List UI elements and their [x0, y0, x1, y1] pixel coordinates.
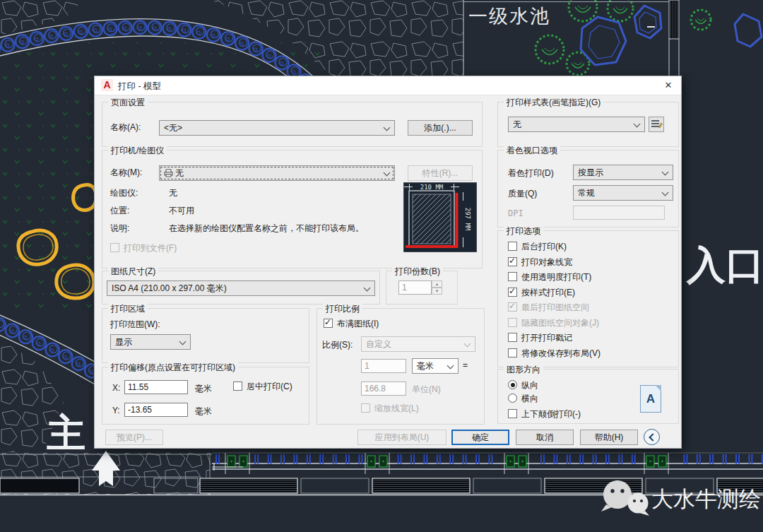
dpi-input — [573, 206, 665, 220]
autocad-logo-icon: A — [101, 79, 113, 91]
pen-table-icon — [649, 117, 663, 131]
group-title: 着色视口选项 — [504, 145, 560, 157]
plot-option-checkbox[interactable] — [508, 288, 517, 297]
offset-x-input[interactable] — [124, 380, 188, 394]
scale-unit-value: 毫米 — [417, 361, 434, 371]
cancel-button[interactable]: 取消 — [516, 430, 574, 445]
chevron-left-icon — [649, 433, 656, 441]
scale-equals: = — [463, 360, 468, 370]
printer-name-value: 无 — [175, 168, 184, 178]
scale-unit-combo[interactable]: 毫米 — [412, 358, 459, 374]
plot-style-editor-button[interactable] — [649, 117, 664, 132]
dialog-title: 打印 - 模型 — [118, 81, 161, 93]
portrait-label: 纵向 — [521, 379, 538, 391]
pagesetup-name-label: 名称(A): — [110, 122, 141, 134]
offset-x-label: X: — [112, 383, 120, 393]
group-plot-options: 打印选项 — [497, 230, 679, 367]
offset-x-unit: 毫米 — [195, 383, 212, 395]
plot-option-checkbox — [508, 318, 517, 327]
offset-y-unit: 毫米 — [195, 406, 212, 418]
group-title: 页面设置 — [108, 97, 148, 109]
chevron-down-icon — [662, 189, 669, 196]
quality-label: 质量(Q) — [508, 188, 537, 200]
add-button[interactable]: 添加(.)... — [408, 120, 473, 136]
less-options-button[interactable] — [644, 429, 660, 445]
scale-lineweights-checkbox — [361, 403, 370, 413]
main-label: 主 — [47, 411, 85, 455]
ok-button[interactable]: 确定 — [451, 430, 509, 445]
dialog-titlebar[interactable]: A 打印 - 模型 ✕ — [95, 76, 681, 95]
plot-style-value: 无 — [513, 119, 521, 129]
portrait-radio[interactable] — [508, 380, 517, 389]
chevron-down-icon — [364, 285, 371, 292]
copies-spinner-up[interactable]: ▲ — [432, 280, 442, 288]
preview-height-dim: 297 MM — [464, 208, 471, 231]
landscape-radio[interactable] — [508, 394, 517, 403]
printer-name-combo[interactable]: 无 — [159, 165, 395, 181]
plotter-value: 无 — [169, 187, 177, 199]
shade-plot-label: 着色打印(D) — [508, 167, 554, 179]
group-title: 打印区域 — [108, 303, 148, 315]
plot-option-checkbox[interactable] — [508, 242, 517, 251]
scale-numerator-input — [361, 359, 406, 373]
copies-input[interactable] — [398, 280, 432, 295]
group-title: 打印偏移(原点设置在可打印区域) — [108, 362, 238, 374]
orientation-paper-icon: A — [640, 385, 661, 413]
description-value: 在选择新的绘图仪配置名称之前，不能打印该布局。 — [169, 223, 364, 235]
group-title: 打印比例 — [323, 303, 362, 315]
plot-option-checkbox[interactable] — [508, 257, 517, 266]
quality-combo[interactable]: 常规 — [573, 185, 673, 201]
pagesetup-name-value: <无> — [164, 123, 182, 133]
copies-spinner-down[interactable]: ▼ — [432, 288, 442, 295]
chevron-down-icon — [179, 338, 187, 345]
chevron-down-icon — [662, 169, 669, 176]
group-title: 打印样式表(画笔指定)(G) — [504, 97, 603, 109]
location-value: 不可用 — [169, 205, 194, 217]
chevron-down-icon — [464, 341, 471, 348]
plot-option-checkbox[interactable] — [508, 272, 517, 281]
preview-width-dim: 210 MM — [420, 184, 444, 191]
plot-to-file-checkbox — [110, 243, 119, 252]
plot-option-checkbox[interactable] — [508, 348, 517, 357]
shade-plot-combo[interactable]: 按显示 — [573, 165, 673, 180]
fit-to-paper-checkbox[interactable] — [324, 319, 333, 328]
watermark-label: 大水牛测绘 — [651, 487, 761, 512]
paper-preview: 210 MM 297 MM — [403, 182, 477, 252]
center-plot-checkbox[interactable] — [233, 382, 242, 391]
plot-range-combo[interactable]: 显示 — [110, 334, 191, 350]
preview-button: 预览(P)... — [105, 430, 163, 445]
scale-denominator-input — [361, 382, 406, 396]
plot-option-checkbox[interactable] — [508, 333, 517, 342]
scale-combo: 自定义 — [361, 336, 475, 352]
chevron-down-icon — [384, 124, 391, 131]
plot-option-checkbox — [508, 302, 517, 312]
screenshot-stage: 一级水池 入口 主 大水牛测绘 — [0, 0, 763, 532]
help-button[interactable]: 帮助(H) — [580, 430, 638, 445]
paper-size-combo[interactable]: ISO A4 (210.00 x 297.00 毫米) — [107, 280, 375, 296]
plotter-label: 绘图仪: — [110, 187, 138, 199]
offset-y-input[interactable] — [124, 403, 188, 417]
group-title: 打印机/绘图仪 — [108, 145, 167, 157]
offset-y-label: Y: — [112, 406, 120, 415]
printer-icon — [164, 169, 173, 177]
scale-unit-label: 单位(N) — [412, 384, 441, 396]
group-title: 打印选项 — [504, 225, 543, 237]
fit-to-paper-label: 布满图纸(I) — [337, 318, 379, 330]
location-label: 位置: — [110, 205, 129, 217]
printer-name-label: 名称(M): — [110, 167, 142, 179]
close-icon[interactable]: ✕ — [662, 79, 675, 92]
pagesetup-name-combo[interactable]: <无> — [159, 120, 395, 136]
group-title: 图形方向 — [504, 364, 543, 376]
pool-label: 一级水池 — [468, 6, 550, 27]
scale-label: 比例(S): — [322, 339, 353, 351]
plot-to-file-label: 打印到文件(F) — [124, 242, 177, 254]
landscape-label: 横向 — [521, 393, 538, 405]
group-title: 打印份数(B) — [392, 266, 443, 278]
upside-down-checkbox[interactable] — [508, 409, 517, 418]
group-title: 图纸尺寸(Z) — [108, 266, 158, 278]
plot-style-combo[interactable]: 无 — [508, 117, 645, 132]
shade-plot-value: 按显示 — [578, 167, 603, 177]
chevron-down-icon — [384, 170, 391, 177]
chevron-down-icon — [447, 362, 454, 370]
properties-button: 特性(R)... — [408, 165, 473, 181]
